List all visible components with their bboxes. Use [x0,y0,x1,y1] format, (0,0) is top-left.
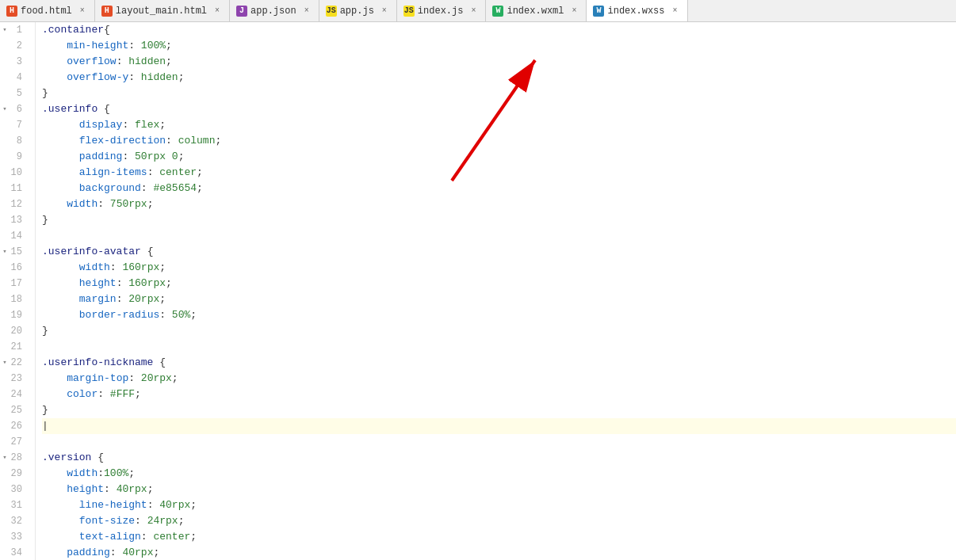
code-line-32: font-size: 24rpx; [42,513,956,529]
token-colon: : [166,133,178,149]
line-number-29: 29 [0,466,29,482]
token-selector: .container [42,22,104,38]
code-content[interactable]: .container{ min-height: 100%; overflow: … [36,22,956,560]
token-property: flex-direction [79,133,166,149]
fold-icon-28[interactable]: ▾ [0,453,10,463]
tab-close-button[interactable]: × [301,6,312,17]
line-number-gutter: ▾12345▾67891011121314▾15161718192021▾222… [0,22,36,560]
line-number-10: 10 [0,165,29,181]
token-indent [42,133,79,149]
line-number-6: ▾6 [0,101,29,117]
token-colon: : [128,371,141,387]
code-line-2: min-height: 100%; [42,38,956,54]
code-line-7: display: flex; [42,117,956,133]
token-semicolon: ; [147,196,154,212]
line-number-28: ▾28 [0,450,29,466]
json-tab-icon: J [236,6,247,17]
token-selector: .userinfo-nickname [42,355,159,371]
tab-app-json[interactable]: Japp.json× [230,0,319,22]
tab-close-button[interactable]: × [568,6,579,17]
token-colon: : [98,387,110,402]
token-value: 40rpx [159,497,190,513]
code-line-8: flex-direction: column; [42,133,956,149]
token-indent [42,38,67,54]
tab-bar: Hfood.html×Hlayout_main.html×Japp.json×J… [0,0,956,22]
js-tab-icon: JS [326,6,337,17]
line-number-22: ▾22 [0,355,29,371]
line-number-24: 24 [0,387,29,402]
line-number-2: 2 [0,38,29,54]
line-number-8: 8 [0,133,29,149]
token-semicolon: ; [215,133,221,149]
tab-label: food.html [21,6,72,17]
code-line-20: } [42,323,956,339]
token-semicolon: ; [159,117,166,133]
code-line-22: .userinfo-nickname { [42,355,956,371]
code-line-26: | [42,418,956,434]
tab-close-button[interactable]: × [379,6,390,17]
tab-food-html[interactable]: Hfood.html× [0,0,95,22]
token-semicolon: ; [197,181,203,196]
line-number-15: ▾15 [0,244,29,260]
line-number-19: 19 [0,307,29,323]
fold-icon-1[interactable]: ▾ [0,25,10,35]
line-number-32: 32 [0,513,29,529]
token-colon: : [159,307,172,323]
token-property: padding [79,149,123,165]
token-indent [42,165,79,181]
line-number-12: 12 [0,196,29,212]
token-semicolon: ; [147,482,154,497]
token-property: align-items [79,165,147,181]
code-line-9: padding: 50rpx 0; [42,149,956,165]
line-number-33: 33 [0,529,29,545]
token-value: center [159,165,197,181]
tab-app-js[interactable]: JSapp.js× [319,0,397,22]
token-indent [42,497,79,513]
line-number-17: 17 [0,276,29,291]
token-indent [42,276,79,291]
token-colon: : [147,165,160,181]
token-semicolon: ; [197,165,203,181]
token-colon: : [98,466,104,482]
code-line-28: .version { [42,450,956,466]
code-line-17: height: 160rpx; [42,276,956,291]
tab-close-button[interactable]: × [77,6,88,17]
token-colon: : [117,54,129,70]
tab-close-button[interactable]: × [468,6,479,17]
token-indent [42,482,67,497]
tab-index-wxss[interactable]: Windex.wxss× [587,0,687,22]
code-line-27 [42,434,956,450]
token-semicolon: ; [190,307,197,323]
tab-index-js[interactable]: JSindex.js× [397,0,487,22]
line-number-23: 23 [0,371,29,387]
line-number-4: 4 [0,70,29,86]
token-indent [42,387,67,402]
token-value: 40rpx [117,482,147,497]
token-colon: : [141,181,154,196]
code-line-18: margin: 20rpx; [42,291,956,307]
token-indent [42,181,79,196]
tab-close-button[interactable]: × [670,6,681,17]
token-indent [42,529,79,545]
token-semicolon: ; [159,260,166,276]
line-number-30: 30 [0,482,29,497]
token-property: overflow-y [67,70,128,86]
token-brace: } [42,402,48,418]
token-semicolon: ; [172,371,178,387]
fold-icon-22[interactable]: ▾ [0,358,10,368]
token-value: #e85654 [153,181,197,196]
token-property: width [67,466,98,482]
code-line-14 [42,228,956,244]
token-value: 100% [104,466,128,482]
tab-layout-main-html[interactable]: Hlayout_main.html× [95,0,230,22]
tab-index-wxml[interactable]: Windex.wxml× [486,0,587,22]
wxss-tab-icon: W [593,6,604,17]
line-number-25: 25 [0,402,29,418]
line-number-31: 31 [0,497,29,513]
fold-icon-15[interactable]: ▾ [0,247,10,257]
code-line-15: .userinfo-avatar { [42,244,956,260]
tab-close-button[interactable]: × [212,6,223,17]
fold-icon-6[interactable]: ▾ [0,105,10,114]
token-colon: : [122,149,135,165]
code-line-1: .container{ [42,22,956,38]
